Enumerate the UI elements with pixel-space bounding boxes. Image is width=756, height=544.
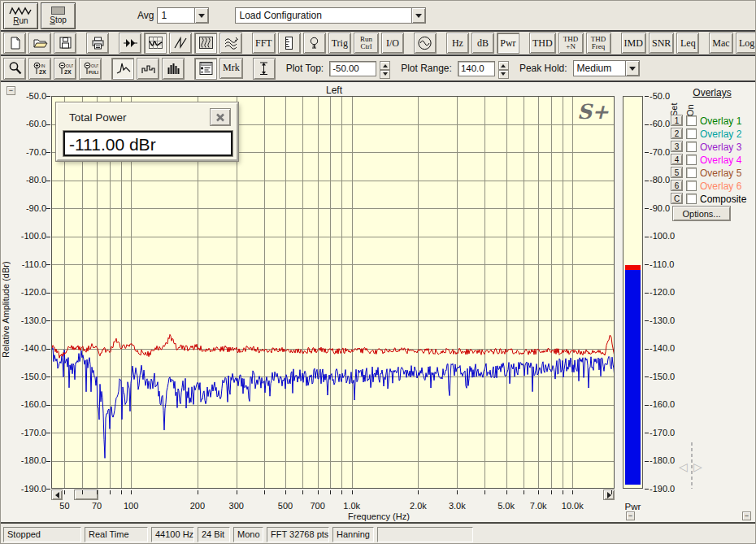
- pane-splitter[interactable]: [691, 442, 693, 489]
- zoom-out-2x-button[interactable]: OUT2X: [54, 58, 76, 80]
- imd-button[interactable]: IMD: [621, 33, 646, 54]
- x-axis-tick-label: 1.0k: [336, 501, 368, 511]
- meter-scale-label: -80.0: [650, 175, 685, 185]
- io-button[interactable]: I/O: [381, 33, 404, 54]
- stop-button[interactable]: Stop: [41, 2, 76, 29]
- mac-button[interactable]: Mac: [709, 33, 732, 54]
- vertical-scale-button[interactable]: [253, 58, 276, 80]
- waterfall-view-button[interactable]: [219, 33, 242, 54]
- status-panel-2: 44100 Hz: [151, 527, 194, 542]
- load-configuration-dropdown-arrow-icon[interactable]: [411, 8, 425, 23]
- overlay-on-checkbox-4[interactable]: [686, 154, 697, 165]
- meter-scale-tick: [645, 376, 649, 377]
- svg-text:2X: 2X: [39, 69, 46, 75]
- spinner-down-icon[interactable]: [498, 70, 509, 79]
- avg-value: 1: [158, 8, 194, 23]
- hz-button[interactable]: Hz: [446, 33, 469, 54]
- thd-button[interactable]: THD: [529, 33, 556, 54]
- scrollbar-left-arrow[interactable]: [51, 490, 63, 500]
- marker-button[interactable]: Mrk: [219, 58, 243, 79]
- thd-n-button[interactable]: THD +N: [558, 33, 584, 54]
- trigger-button[interactable]: Trig: [328, 33, 351, 54]
- load-configuration-select[interactable]: Load Configuration: [235, 7, 426, 24]
- meter-scale-tick: [645, 405, 649, 406]
- overlay-set-button-2[interactable]: 2: [671, 128, 683, 139]
- y-axis-tick-label: -140.0: [11, 343, 46, 353]
- x-axis-tick: [318, 490, 319, 494]
- pwr-button[interactable]: Pwr: [497, 33, 519, 54]
- plot-options-button[interactable]: [194, 58, 217, 80]
- spinner-up-icon[interactable]: [380, 61, 390, 70]
- x-axis-tick: [572, 490, 573, 494]
- peak-hold-dropdown-arrow-icon[interactable]: [625, 61, 639, 76]
- avg-dropdown-arrow-icon[interactable]: [194, 8, 208, 23]
- new-file-button[interactable]: [3, 33, 26, 54]
- overlay-on-checkbox-3[interactable]: [686, 141, 697, 152]
- overlay-on-checkbox-1[interactable]: [686, 115, 697, 126]
- total-power-dialog[interactable]: Total Power -111.00 dBr: [56, 102, 238, 161]
- snr-button[interactable]: SNR: [649, 33, 674, 54]
- y-axis-title: Relative Amplitude (dBr): [1, 188, 13, 432]
- y-axis-tick: [46, 349, 50, 350]
- meter-scale-tick: [645, 293, 649, 294]
- meter-minimize-button[interactable]: −: [626, 511, 635, 520]
- y-axis-tick: [46, 237, 50, 237]
- zoom-in-2x-button[interactable]: IN2X: [28, 58, 51, 80]
- zoom-out-full-button[interactable]: OUTFULL: [79, 58, 102, 80]
- run-control-button[interactable]: Run Ctrl: [354, 33, 379, 54]
- waveform-view-button[interactable]: [169, 33, 192, 54]
- y-axis-tick: [46, 208, 50, 209]
- total-power-close-button[interactable]: [210, 108, 231, 126]
- meter-scale-label: -90.0: [650, 203, 685, 213]
- peak-hold-label: Peak Hold:: [519, 63, 567, 74]
- y-axis-tick-label: -80.0: [11, 175, 46, 185]
- plot-top-input[interactable]: -50.00: [329, 61, 376, 76]
- plot-range-spinner[interactable]: [498, 61, 509, 76]
- splitter-collapse-right-icon[interactable]: ▷: [693, 460, 702, 473]
- spinner-up-icon[interactable]: [498, 61, 509, 70]
- x-axis-tick: [352, 490, 353, 494]
- print-button[interactable]: [86, 33, 109, 54]
- save-button[interactable]: [54, 33, 76, 54]
- leq-button[interactable]: Leq: [676, 33, 699, 54]
- overlay-on-checkbox-2[interactable]: [686, 128, 697, 139]
- overlay-on-checkbox-C[interactable]: [686, 194, 697, 204]
- run-button[interactable]: Run: [3, 2, 38, 29]
- plot-top-spinner[interactable]: [380, 61, 390, 76]
- fft-settings-button[interactable]: FFT: [252, 33, 276, 54]
- magnifier-icon: [7, 61, 23, 76]
- x-axis-tick: [237, 490, 237, 494]
- scroll-right-icon: [607, 492, 615, 498]
- x-axis-tick: [524, 490, 524, 494]
- signal-generator-button[interactable]: [414, 33, 437, 54]
- thd-freq-button[interactable]: THD Freq: [586, 33, 611, 54]
- plot-range-label: Plot Range:: [401, 63, 452, 74]
- y-axis-tick-label: -150.0: [11, 372, 46, 381]
- scrollbar-thumb[interactable]: [74, 490, 98, 500]
- x-axis-tick: [285, 490, 286, 494]
- peak-hold-select[interactable]: Medium: [573, 60, 640, 76]
- spinner-down-icon[interactable]: [380, 70, 390, 79]
- scaling-button[interactable]: [278, 33, 301, 54]
- meter-scale-tick: [645, 461, 649, 462]
- plot-range-input[interactable]: 140.0: [458, 61, 495, 76]
- panel-minimize-button[interactable]: −: [742, 511, 751, 520]
- line-plot-style-button[interactable]: [111, 58, 134, 80]
- step-plot-style-button[interactable]: [137, 58, 159, 80]
- bar-plot-style-button[interactable]: [162, 58, 185, 80]
- mic-cal-button[interactable]: [303, 33, 326, 54]
- status-panel-3: 24 Bit: [198, 527, 230, 542]
- x-axis-tick: [484, 490, 485, 494]
- spectrogram-view-button[interactable]: [194, 33, 217, 54]
- process-button[interactable]: [119, 33, 141, 54]
- overlay-on-checkbox-6[interactable]: [686, 181, 697, 191]
- power-meter-bar: [625, 270, 641, 485]
- log-button[interactable]: Log: [736, 33, 756, 54]
- spectrum-view-button[interactable]: [144, 33, 167, 54]
- avg-select[interactable]: 1: [157, 7, 209, 24]
- scrollbar-right-arrow[interactable]: [603, 490, 615, 500]
- zoom-button[interactable]: [3, 58, 26, 80]
- open-file-button[interactable]: [28, 33, 51, 54]
- overlay-on-checkbox-5[interactable]: [686, 168, 697, 178]
- db-button[interactable]: dB: [471, 33, 494, 54]
